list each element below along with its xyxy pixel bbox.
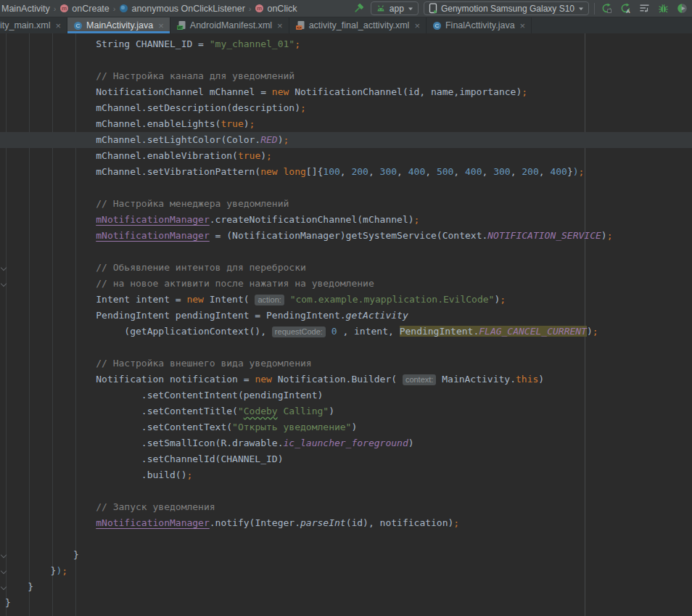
profile-button[interactable]: [675, 1, 689, 15]
svg-text:<>: <>: [297, 25, 301, 30]
code-line: mChannel.enableLights(true);: [0, 116, 692, 132]
tab-label: AndroidManifest.xml: [190, 20, 272, 30]
close-icon[interactable]: ×: [414, 21, 420, 30]
fold-marker-icon[interactable]: [1, 584, 7, 590]
apply-code-changes-icon: A: [620, 3, 631, 14]
code-line: }: [0, 579, 692, 595]
svg-text:m: m: [62, 5, 67, 12]
code-line: mChannel.setDescription(description);: [0, 100, 692, 116]
editor-tab-bar: ity_main.xml×CMainActivity.java×MFAndroi…: [0, 17, 692, 33]
close-icon[interactable]: ×: [158, 21, 164, 30]
svg-text:MF: MF: [177, 25, 182, 30]
code-line: [0, 483, 692, 499]
code-line: Notification notification = new Notifica…: [0, 371, 692, 387]
svg-text:C: C: [76, 22, 81, 29]
rerun-icon: [601, 3, 612, 14]
tab-finalacttivity-java[interactable]: CFinalActtivity.java×: [427, 17, 532, 33]
device-select[interactable]: Genymotion Samsung Galaxy S10: [424, 1, 589, 15]
code-line-current: mChannel.setLightColor(Color.RED);: [0, 132, 692, 148]
chevron-down-icon: [578, 6, 584, 12]
code-line: // Обьявление интентов для переброски: [0, 260, 692, 276]
code-editor[interactable]: String CHANNEL_ID = "my_channel_01"; // …: [0, 33, 692, 616]
class-icon: C: [432, 21, 442, 30]
tab-ity-main-xml[interactable]: ity_main.xml×: [0, 17, 67, 33]
breadcrumb-separator: ›: [113, 4, 116, 13]
code-line: .build();: [0, 467, 692, 483]
code-line: [0, 531, 692, 547]
close-icon[interactable]: ×: [277, 21, 283, 30]
code-line: Intent intent = new Intent( action: "com…: [0, 292, 692, 308]
tab-mainactivity-java[interactable]: CMainActivity.java×: [67, 17, 170, 33]
breadcrumb-item-onclick[interactable]: monClick: [255, 4, 297, 14]
code-line: // Настройка менеджера уведомлений: [0, 196, 692, 212]
build-variants-button[interactable]: [638, 1, 651, 15]
run-configuration-label: app: [390, 4, 404, 14]
toolbar-right: app Genymotion Samsung Galaxy S10 A: [352, 1, 691, 15]
breadcrumb-label: MainActivity: [1, 4, 50, 14]
code-line: [0, 244, 692, 260]
code-line: // Запуск уведомления: [0, 499, 692, 515]
method-icon: m: [59, 4, 69, 13]
chevron-down-icon: [408, 6, 413, 12]
build-hammer-icon[interactable]: [352, 1, 366, 15]
debug-button[interactable]: [656, 1, 670, 15]
code-line: [0, 52, 692, 68]
code-line: }: [0, 595, 692, 611]
code-line: String CHANNEL_ID = "my_channel_01";: [0, 36, 692, 52]
fold-marker-icon[interactable]: [1, 265, 7, 271]
svg-text:C: C: [435, 22, 440, 29]
apply-code-changes-button[interactable]: A: [619, 1, 633, 15]
code-line: [0, 180, 692, 196]
code-line: mNotificationManager = (NotificationMana…: [0, 228, 692, 244]
run-configuration-select[interactable]: app: [371, 1, 419, 15]
breadcrumb-item-oncreate[interactable]: monCreate: [59, 4, 109, 14]
android-icon: [376, 4, 386, 13]
code-line: .setSmallIcon(R.drawable.ic_launcher_for…: [0, 435, 692, 451]
code-line: .setContentTitle("Codeby Calling"): [0, 403, 692, 419]
fold-marker-icon[interactable]: [1, 552, 7, 558]
code-line: NotificationChannel mChannel = new Notif…: [0, 84, 692, 100]
code-line: // Настройка канала для уведомлений: [0, 68, 692, 84]
fold-marker-icon[interactable]: [1, 568, 7, 574]
fold-marker-icon[interactable]: [1, 281, 7, 287]
code-line: [0, 340, 692, 356]
rerun-button[interactable]: [600, 1, 614, 15]
breadcrumb: MainActivity›monCreate›anonymous OnClick…: [1, 4, 297, 14]
code-line: mChannel.enableVibration(true);: [0, 148, 692, 164]
code-line: PendingIntent pendingIntent = PendingInt…: [0, 308, 692, 324]
close-icon[interactable]: ×: [55, 21, 61, 30]
tab-label: activity_final_acttivity.xml: [309, 20, 410, 30]
class-icon: C: [73, 21, 83, 30]
build-variants-icon: [639, 3, 650, 14]
code-line: // на новое активити после нажатия на ув…: [0, 276, 692, 292]
code-line: mNotificationManager.createNotificationC…: [0, 212, 692, 228]
debug-icon: [658, 3, 669, 14]
code-line: }: [0, 547, 692, 563]
xml-layout-icon: <>: [295, 20, 305, 30]
svg-text:A: A: [626, 8, 630, 14]
svg-text:m: m: [258, 5, 263, 12]
code-line: .setContentIntent(pendingIntent): [0, 387, 692, 403]
breadcrumb-item-mainactivity[interactable]: MainActivity: [1, 4, 50, 14]
breadcrumb-item-anonymous-onclicklistener[interactable]: anonymous OnClickListener: [119, 4, 244, 14]
anonymous-class-icon: [119, 4, 128, 13]
manifest-icon: MF: [176, 20, 186, 30]
device-label: Genymotion Samsung Galaxy S10: [441, 4, 574, 14]
code-line: // Настройка внешнего вида уведомления: [0, 356, 692, 371]
code-line: .setChannelId(CHANNEL_ID): [0, 451, 692, 467]
tab-androidmanifest-xml[interactable]: MFAndroidManifest.xml×: [170, 17, 289, 33]
breadcrumb-separator: ›: [249, 4, 252, 13]
breadcrumb-separator: ›: [54, 4, 57, 13]
code-line: mNotificationManager.notify(Integer.pars…: [0, 515, 692, 531]
main-toolbar: MainActivity›monCreate›anonymous OnClick…: [0, 0, 692, 17]
breadcrumb-label: anonymous OnClickListener: [131, 4, 244, 14]
tab-label: FinalActtivity.java: [445, 20, 515, 30]
code-line: mChannel.setVibrationPattern(new long[]{…: [0, 164, 692, 180]
tab-label: ity_main.xml: [0, 20, 50, 30]
code-area: String CHANNEL_ID = "my_channel_01"; // …: [0, 36, 692, 611]
tab-label: MainActivity.java: [86, 20, 153, 30]
breadcrumb-label: onCreate: [72, 4, 109, 14]
toolbar-actions: A: [600, 1, 689, 15]
close-icon[interactable]: ×: [520, 21, 526, 30]
tab-activity-final-acttivity-xml[interactable]: <>activity_final_acttivity.xml×: [289, 17, 427, 33]
